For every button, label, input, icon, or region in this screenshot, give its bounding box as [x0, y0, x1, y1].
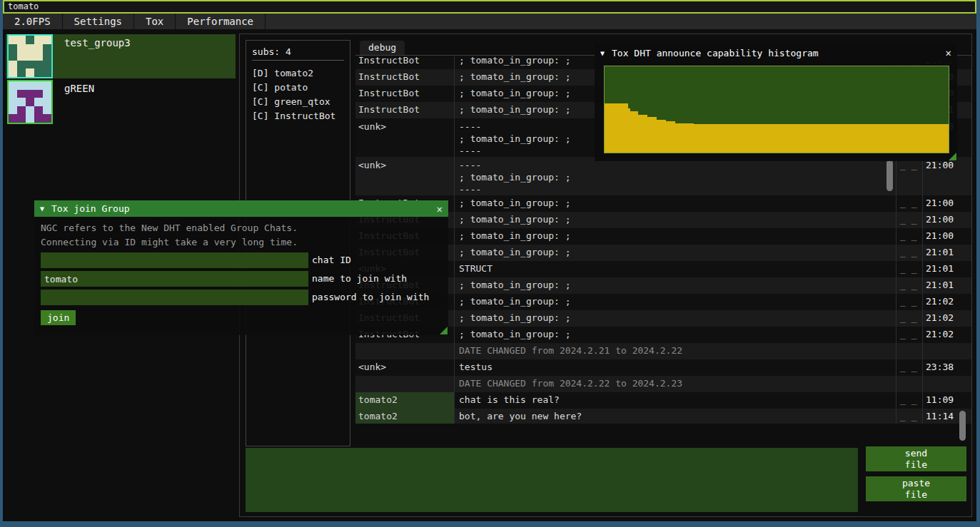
- message-text: bot, are you new here?: [455, 409, 896, 424]
- collapse-arrow-icon[interactable]: ▼: [600, 49, 605, 57]
- tab-debug[interactable]: debug: [360, 41, 405, 55]
- message-author: <unk>: [355, 157, 455, 195]
- message-time: 21:02: [923, 327, 956, 343]
- collapse-arrow-icon[interactable]: ▼: [40, 205, 44, 213]
- sidebar-item-green[interactable]: gREEN: [6, 80, 236, 124]
- message-text: ; tomato_in_group: ;: [455, 245, 896, 261]
- message-time: 11:09: [923, 392, 956, 409]
- message-text: testus: [455, 359, 896, 376]
- chat-id-field[interactable]: [41, 252, 308, 268]
- window-title: tomato: [8, 1, 39, 11]
- message-input[interactable]: [246, 448, 858, 512]
- subs-count: subs: 4: [252, 46, 350, 57]
- message-author: tomato2: [355, 392, 455, 409]
- window-title-bar: tomato: [3, 0, 976, 14]
- message-text: ---- ; tomato_in_group: ; ----: [455, 157, 896, 195]
- message-text: DATE CHANGED from 2024.2.21 to 2024.2.22: [455, 343, 896, 359]
- message-text: chat is this real?: [455, 392, 896, 409]
- message-time: 21:01: [923, 245, 956, 261]
- group-avatar: [7, 80, 53, 124]
- message-time: 23:38: [923, 359, 956, 376]
- message-time: 21:01: [923, 261, 956, 277]
- join-password-label: password to join with: [308, 290, 429, 305]
- message-row[interactable]: tomato2 chat is this real? _ _ 11:09: [355, 392, 971, 409]
- histogram-title: Tox DHT announce capability histogram: [612, 48, 819, 58]
- subs-member[interactable]: [C] InstructBot: [252, 109, 350, 123]
- message-text: ; tomato_in_group: ;: [455, 195, 896, 212]
- message-row[interactable]: tomato2 bot, are you new here? _ _ 11:14: [355, 409, 971, 424]
- message-time: [923, 343, 956, 359]
- message-author: tomato2: [355, 409, 455, 424]
- message-flags: _ _: [896, 195, 923, 212]
- subs-member[interactable]: [C] green_qtox: [252, 95, 350, 109]
- join-title-bar[interactable]: ▼ Tox join Group ✕: [34, 200, 448, 217]
- separator: [252, 60, 344, 61]
- message-author: [355, 343, 455, 359]
- message-flags: _ _: [896, 212, 923, 228]
- message-time: 21:00: [923, 157, 956, 195]
- group-name: gREEN: [53, 80, 94, 94]
- histogram-plot: [604, 66, 949, 153]
- join-group-window: ▼ Tox join Group ✕ NGC refers to the New…: [34, 200, 448, 335]
- message-row[interactable]: DATE CHANGED from 2024.2.22 to 2024.2.23: [355, 376, 971, 392]
- group-sidebar: test_group3 gREEN: [6, 34, 238, 126]
- message-author: [355, 376, 455, 392]
- message-flags: _ _: [896, 359, 923, 376]
- join-title: Tox join Group: [51, 203, 130, 214]
- message-text: ; tomato_in_group: ;: [455, 310, 896, 327]
- sidebar-item-test-group3[interactable]: test_group3: [6, 34, 236, 78]
- send-file-button[interactable]: send file: [866, 446, 966, 471]
- join-info-line: NGC refers to the New DHT enabled Group …: [34, 221, 448, 235]
- join-name-field[interactable]: [41, 271, 308, 287]
- message-text: DATE CHANGED from 2024.2.22 to 2024.2.23: [455, 376, 896, 392]
- subs-member[interactable]: [C] potato: [252, 81, 350, 95]
- close-icon[interactable]: ✕: [437, 203, 443, 215]
- message-text: STRUCT: [455, 261, 896, 277]
- dht-histogram-window: ▼ Tox DHT announce capability histogram …: [595, 43, 957, 161]
- message-row-scrollbar[interactable]: [886, 160, 893, 191]
- menu-bar: 2.0FPSSettingsToxPerformance: [3, 14, 976, 29]
- join-button[interactable]: join: [41, 310, 76, 325]
- message-flags: _ _: [896, 277, 923, 294]
- chat-id-label: chat ID: [308, 252, 351, 268]
- join-info: NGC refers to the New DHT enabled Group …: [34, 221, 448, 250]
- join-info-line: Connecting via ID might take a very long…: [34, 235, 448, 250]
- histogram-title-bar[interactable]: ▼ Tox DHT announce capability histogram …: [595, 43, 957, 63]
- chat-scrollbar[interactable]: [959, 411, 966, 441]
- message-author: <unk>: [355, 118, 455, 157]
- message-time: 21:01: [923, 277, 956, 294]
- message-text: ; tomato_in_group: ;: [455, 327, 896, 343]
- message-text: ; tomato_in_group: ;: [455, 212, 896, 228]
- join-password-field[interactable]: [41, 290, 308, 305]
- paste-file-button[interactable]: paste file: [866, 476, 966, 501]
- menu-item[interactable]: Tox: [134, 14, 176, 29]
- close-icon[interactable]: ✕: [946, 47, 951, 58]
- menu-item[interactable]: Settings: [63, 14, 134, 29]
- message-row[interactable]: DATE CHANGED from 2024.2.21 to 2024.2.22: [355, 343, 971, 359]
- group-name: test_group3: [53, 34, 131, 48]
- resize-grip[interactable]: [440, 327, 448, 334]
- message-time: 21:00: [923, 212, 956, 228]
- message-time: 11:14: [923, 409, 956, 424]
- message-row[interactable]: <unk> ---- ; tomato_in_group: ; ---- _ _…: [355, 157, 971, 195]
- resize-grip[interactable]: [949, 153, 956, 160]
- subs-member[interactable]: [D] tomato2: [252, 66, 350, 81]
- message-text: ; tomato_in_group: ;: [455, 294, 896, 310]
- message-time: 21:00: [923, 228, 956, 245]
- message-flags: [896, 376, 923, 392]
- message-time: 21:02: [923, 310, 956, 327]
- subs-list: [D] tomato2[C] potato[C] green_qtox[C] I…: [252, 66, 350, 123]
- menu-item[interactable]: 2.0FPS: [3, 14, 63, 29]
- message-row[interactable]: <unk> testus _ _ 23:38: [355, 359, 971, 376]
- menu-item[interactable]: Performance: [176, 14, 266, 29]
- message-time: [923, 376, 956, 392]
- message-author: InstructBot: [355, 102, 455, 118]
- message-flags: _ _: [896, 310, 923, 327]
- join-name-label: name to join with: [308, 271, 407, 287]
- message-text: ; tomato_in_group: ;: [455, 228, 896, 245]
- message-flags: _ _: [896, 409, 923, 424]
- message-time: 21:02: [923, 294, 956, 310]
- message-flags: [896, 343, 923, 359]
- message-flags: _ _: [896, 245, 923, 261]
- message-flags: _ _: [896, 157, 923, 195]
